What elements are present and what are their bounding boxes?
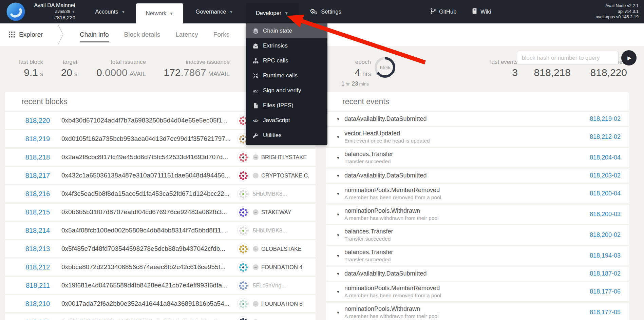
block-number-link[interactable]: 818,216 xyxy=(19,190,50,198)
expand-caret-icon[interactable]: ▼ xyxy=(336,156,341,160)
event-block-link[interactable]: 818,177-05 xyxy=(590,309,621,316)
block-author[interactable]: 5HbUMBK8... xyxy=(253,227,309,234)
book-icon xyxy=(472,8,477,15)
expand-caret-icon[interactable]: ▼ xyxy=(336,192,341,196)
explorer-tab[interactable]: Latency xyxy=(175,23,198,46)
nav-network[interactable]: Network▼ xyxy=(136,3,183,23)
nav-developer[interactable]: Developer▼ xyxy=(246,3,299,23)
nav-settings[interactable]: ⚙⚙ Settings xyxy=(304,0,347,23)
event-name: balances.Transfer xyxy=(344,228,586,235)
event-description: A member has withdrawn from their pool xyxy=(344,215,586,221)
block-number-link[interactable]: 818,218 xyxy=(19,153,50,161)
search-submit-button[interactable]: ▶ xyxy=(621,50,637,65)
explorer-tab[interactable]: Block details xyxy=(124,23,160,46)
event-block-link[interactable]: 818,177-06 xyxy=(590,288,621,295)
chain-spec[interactable]: avail/39▼ xyxy=(27,8,75,15)
block-number-link[interactable]: 818,211 xyxy=(19,282,50,289)
event-block-link[interactable]: 818,203-02 xyxy=(590,172,621,179)
event-name: nominationPools.Withdrawn xyxy=(344,305,586,313)
expand-caret-icon[interactable]: ▼ xyxy=(336,174,341,178)
expand-caret-icon[interactable]: ▼ xyxy=(336,117,341,121)
developer-menu-item[interactable]: Chain state xyxy=(246,23,327,38)
validator-identicon[interactable] xyxy=(237,188,249,200)
block-author[interactable]: 5FLc5hVng... xyxy=(253,282,309,289)
block-number-link[interactable]: 818,215 xyxy=(19,208,50,216)
nav-governance[interactable]: Governance▼ xyxy=(195,0,234,23)
event-block-link[interactable]: 818,212-02 xyxy=(590,133,621,140)
event-block-link[interactable]: 818,194-03 xyxy=(590,252,621,259)
block-number-link[interactable]: 818,210 xyxy=(19,300,50,308)
expand-caret-icon[interactable]: ▼ xyxy=(336,233,341,237)
chevron-down-icon: ▼ xyxy=(72,10,75,14)
stat-target: target 20s xyxy=(50,59,77,79)
developer-menu-item[interactable]: Utilities xyxy=(246,128,327,143)
top-header: Avail DA Mainnet avail/39▼ #818,220 Acco… xyxy=(0,0,644,23)
minus-badge-icon: – xyxy=(253,264,259,270)
block-author[interactable]: – CRYPTOSTAKE.C... xyxy=(253,172,309,179)
expand-caret-icon[interactable]: ▼ xyxy=(336,254,341,258)
block-author[interactable]: – FOUNDATION 4 xyxy=(253,264,309,270)
developer-menu-item[interactable]: </> JavaScript xyxy=(246,113,327,128)
block-author[interactable]: – FOUNDATION 7 xyxy=(253,319,309,320)
minus-badge-icon: – xyxy=(253,209,259,215)
block-number-link[interactable]: 818,209 xyxy=(19,318,50,320)
block-author[interactable]: 5HbUMBK8... xyxy=(253,191,309,197)
file-icon xyxy=(252,102,259,109)
author-name: 5HbUMBK8... xyxy=(253,191,287,197)
validator-identicon[interactable] xyxy=(237,170,249,181)
signature-icon xyxy=(252,88,259,94)
expand-caret-icon[interactable]: ▼ xyxy=(336,310,341,315)
validator-identicon[interactable] xyxy=(237,280,249,291)
event-name: dataAvailability.DataSubmitted xyxy=(344,172,586,179)
chain-best-block: #818,220 xyxy=(27,15,75,21)
validator-identicon[interactable] xyxy=(237,298,249,309)
epoch-progress-label: 65% xyxy=(380,64,390,70)
developer-menu-item[interactable]: Files (IPFS) xyxy=(246,98,327,113)
developer-menu-item[interactable]: Sign and verify xyxy=(246,83,327,98)
stat-last-block: last block 9.1s xyxy=(7,59,43,79)
expand-caret-icon[interactable]: ▼ xyxy=(336,272,341,276)
event-block-link[interactable]: 818,200-04 xyxy=(590,190,621,197)
nav-accounts[interactable]: Accounts▼ xyxy=(93,0,127,23)
expand-caret-icon[interactable]: ▼ xyxy=(336,290,341,294)
event-row: ▼ nominationPools.Withdrawn A member has… xyxy=(326,205,629,224)
event-block-link[interactable]: 818,219-02 xyxy=(590,115,621,123)
wiki-link[interactable]: Wiki xyxy=(472,0,491,23)
block-number-link[interactable]: 818,214 xyxy=(19,227,50,234)
github-link[interactable]: GitHub xyxy=(430,0,456,23)
minus-badge-icon: – xyxy=(253,246,259,252)
chain-selector[interactable]: Avail DA Mainnet avail/39▼ #818,220 xyxy=(27,2,75,21)
block-author[interactable]: – BRIGHTLYSTAKE xyxy=(253,154,309,161)
explorer-tab[interactable]: Forks xyxy=(213,23,230,46)
event-block-link[interactable]: 818,200-02 xyxy=(590,231,621,239)
validator-identicon[interactable] xyxy=(237,206,249,218)
explorer-tab[interactable]: Chain info xyxy=(80,23,109,46)
event-row: ▼ balances.Transfer Transfer succeeded 8… xyxy=(326,225,629,245)
block-number-link[interactable]: 818,220 xyxy=(19,117,50,125)
event-block-link[interactable]: 818,200-03 xyxy=(590,211,621,218)
block-author[interactable]: – GLOBALSTAKE xyxy=(253,246,309,252)
avail-logo[interactable] xyxy=(6,2,25,21)
block-number-link[interactable]: 818,213 xyxy=(19,245,50,253)
apps-grid-icon[interactable] xyxy=(9,32,15,39)
block-author[interactable]: – STAKEWAY xyxy=(253,209,309,215)
block-number-link[interactable]: 818,217 xyxy=(19,172,50,180)
block-number-link[interactable]: 818,212 xyxy=(19,263,50,271)
developer-menu-item[interactable]: Extrinsics xyxy=(246,38,327,53)
validator-identicon[interactable] xyxy=(237,151,249,163)
block-number-link[interactable]: 818,219 xyxy=(19,135,50,143)
event-block-link[interactable]: 818,204-04 xyxy=(590,154,621,161)
developer-menu-item[interactable]: Runtime calls xyxy=(246,68,327,83)
block-row: 818,210 0x0017ada72f6a2bb0e352a416441a84… xyxy=(5,295,316,312)
expand-caret-icon[interactable]: ▼ xyxy=(336,212,341,217)
validator-identicon[interactable] xyxy=(237,261,249,273)
expand-caret-icon[interactable]: ▼ xyxy=(336,135,341,139)
validator-identicon[interactable] xyxy=(237,225,249,236)
event-block-link[interactable]: 818,187-02 xyxy=(590,270,621,277)
developer-menu-item[interactable]: RPC calls xyxy=(246,53,327,68)
author-name: FOUNDATION 7 xyxy=(261,319,303,320)
block-author[interactable]: – FOUNDATION 8 xyxy=(253,301,309,307)
validator-identicon[interactable] xyxy=(237,243,249,255)
block-search-input[interactable] xyxy=(517,51,619,65)
validator-identicon[interactable] xyxy=(237,316,249,320)
